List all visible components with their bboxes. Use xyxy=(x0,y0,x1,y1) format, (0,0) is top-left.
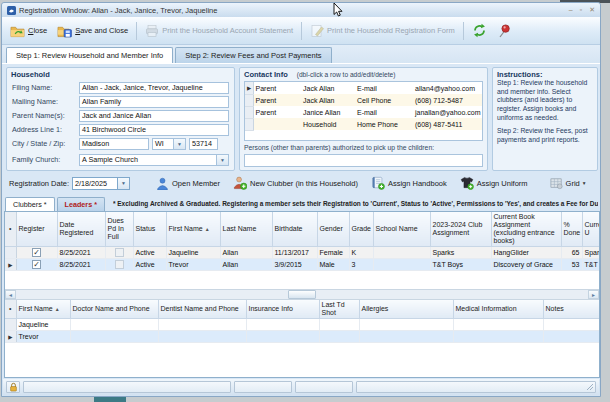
close-button[interactable]: Close xyxy=(5,22,52,40)
first-name-cell[interactable]: Jaqueline xyxy=(166,247,220,259)
birthdate-cell[interactable]: 11/13/2017 xyxy=(272,247,317,259)
dues-checkbox-unchecked[interactable] xyxy=(115,248,124,257)
contact-method-cell[interactable]: Cell Phone xyxy=(355,94,413,106)
titlebar[interactable]: Registration Window: Allan - Jack, Janic… xyxy=(2,3,600,17)
medical-row-trevor[interactable]: ▶ Trevor xyxy=(5,331,600,343)
contact-value-cell[interactable]: janallan@yahoo.com xyxy=(413,106,482,118)
uniform-cell[interactable]: T&T Unifo xyxy=(582,259,600,271)
contact-value-cell[interactable]: allan4@yahoo.com xyxy=(413,82,482,94)
tab-clubbers[interactable]: Clubbers * xyxy=(5,197,55,211)
col-status[interactable]: Status xyxy=(133,212,166,247)
insurance-cell[interactable] xyxy=(246,319,319,331)
horizontal-scrollbar[interactable]: ◄ ► xyxy=(5,289,599,300)
register-checkbox-checked[interactable]: ✓ xyxy=(32,260,41,269)
col-book-assignment[interactable]: Current Book Assignment (excluding entra… xyxy=(491,212,561,247)
contact-method-cell[interactable]: Home Phone xyxy=(355,118,413,130)
zip-input[interactable]: 53714 xyxy=(189,138,218,150)
minimize-icon[interactable]: – xyxy=(569,5,573,15)
registration-date-dropdown-button[interactable]: ▼ xyxy=(118,177,130,190)
assign-handbook-button[interactable]: Assign Handbook xyxy=(371,176,447,190)
filing-name-input[interactable]: Allan - Jack, Janice, Trevor, Jaqueline xyxy=(79,82,229,94)
col-birthdate[interactable]: Birthdate xyxy=(272,212,317,247)
col-td-shot[interactable]: Last Td Shot xyxy=(319,300,359,319)
club-cell[interactable]: T&T Boys xyxy=(430,259,491,271)
state-dropdown-button[interactable]: ▼ xyxy=(174,138,186,150)
col-date-registered[interactable]: Date Registered xyxy=(57,212,105,247)
parent-names-input[interactable]: Jack and Janice Allan xyxy=(79,110,229,122)
family-church-dropdown-button[interactable]: ▼ xyxy=(217,154,229,166)
allergies-cell[interactable] xyxy=(359,319,453,331)
uniform-cell[interactable]: Sparks Un xyxy=(582,247,600,259)
col-dues-paid[interactable]: Dues Pd In Full xyxy=(105,212,133,247)
col-first-name[interactable]: First Name ▲ xyxy=(166,212,220,247)
doctor-cell[interactable] xyxy=(70,319,158,331)
school-cell[interactable] xyxy=(373,259,430,271)
td-shot-cell[interactable] xyxy=(319,319,359,331)
col-club-assignment[interactable]: 2023-2024 Club Assignment xyxy=(430,212,491,247)
grade-cell[interactable]: 3 xyxy=(349,259,373,271)
dues-cell[interactable] xyxy=(105,247,133,259)
date-registered-cell[interactable]: 8/25/2021 xyxy=(57,259,105,271)
contact-type-cell[interactable]: Parent xyxy=(253,106,301,118)
medical-info-cell[interactable] xyxy=(453,331,543,343)
gender-cell[interactable]: Female xyxy=(317,247,349,259)
col-register[interactable]: Register xyxy=(16,212,57,247)
register-cell[interactable]: ✓ xyxy=(16,259,57,271)
col-pct-done[interactable]: % Done xyxy=(561,212,582,247)
contact-name-cell[interactable]: Jack Allan xyxy=(301,82,355,94)
scrollbar-thumb[interactable] xyxy=(288,290,316,299)
contact-type-cell[interactable]: Parent xyxy=(253,94,301,106)
grid-menu-button[interactable]: Grid ▾ xyxy=(550,177,586,190)
grade-cell[interactable]: K xyxy=(349,247,373,259)
close-icon[interactable]: ✕ xyxy=(589,5,595,15)
allergies-cell[interactable] xyxy=(359,331,453,343)
registration-date-input[interactable]: 2/18/2025 xyxy=(72,177,118,190)
register-cell[interactable]: ✓ xyxy=(16,247,57,259)
save-and-close-button[interactable]: Save and Close xyxy=(52,22,133,40)
pct-done-cell[interactable]: 53 xyxy=(561,259,582,271)
register-checkbox-checked[interactable]: ✓ xyxy=(32,248,41,257)
date-registered-cell[interactable]: 8/25/2021 xyxy=(57,247,105,259)
col-notes[interactable]: Notes xyxy=(543,300,600,319)
pickup-persons-input[interactable] xyxy=(244,154,483,167)
contact-method-cell[interactable]: E-mail xyxy=(355,82,413,94)
print-statement-button[interactable]: Print the Household Account Statement xyxy=(140,22,298,40)
col-insurance[interactable]: Insurance Info xyxy=(246,300,319,319)
contact-value-cell[interactable]: (608) 487-5411 xyxy=(413,118,482,130)
notes-cell[interactable] xyxy=(543,331,600,343)
medical-row-jaqueline[interactable]: Jaqueline xyxy=(5,319,600,331)
scroll-right-button[interactable]: ► xyxy=(588,290,599,299)
family-church-select[interactable]: A Sample Church xyxy=(79,154,217,166)
contact-name-cell[interactable]: Janice Allan xyxy=(301,106,355,118)
col-gender[interactable]: Gender xyxy=(317,212,349,247)
pin-button[interactable] xyxy=(492,22,515,40)
state-input[interactable]: WI xyxy=(152,138,174,150)
tab-step1[interactable]: Step 1: Review Household and Member Info xyxy=(6,47,173,63)
assign-uniform-button[interactable]: Assign Uniform xyxy=(460,176,528,190)
col-school-name[interactable]: School Name xyxy=(373,212,430,247)
pct-done-cell[interactable]: 65 xyxy=(561,247,582,259)
open-member-button[interactable]: Open Member xyxy=(156,177,220,190)
print-form-button[interactable]: Print the Household Registration Form xyxy=(305,22,460,40)
book-cell[interactable]: Discovery of Grace xyxy=(491,259,561,271)
mailing-name-input[interactable]: Allan Family xyxy=(79,96,229,108)
new-clubber-button[interactable]: New Clubber (in this Household) xyxy=(233,176,358,190)
contact-row[interactable]: Parent Janice Allan E-mail janallan@yaho… xyxy=(245,106,482,118)
book-cell[interactable]: HangGlider xyxy=(491,247,561,259)
contact-value-cell[interactable]: (608) 712-5487 xyxy=(413,94,482,106)
address-line1-input[interactable]: 41 Birchwood Circle xyxy=(79,124,229,136)
contact-method-cell[interactable]: E-mail xyxy=(355,106,413,118)
contact-type-cell[interactable] xyxy=(253,118,301,130)
contact-name-cell[interactable]: Jack Allan xyxy=(301,94,355,106)
contact-row[interactable]: Household Home Phone (608) 487-5411 xyxy=(245,118,482,130)
medical-info-cell[interactable] xyxy=(453,319,543,331)
contact-row[interactable]: Parent Jack Allan Cell Phone (608) 712-5… xyxy=(245,94,482,106)
refresh-button[interactable] xyxy=(467,21,492,40)
last-name-cell[interactable]: Allan xyxy=(220,259,272,271)
member-row-jaqueline[interactable]: ✓ 8/25/2021 Active Jaqueline Allan 11/13… xyxy=(5,247,600,259)
birthdate-cell[interactable]: 3/9/2015 xyxy=(272,259,317,271)
status-cell[interactable]: Active xyxy=(133,259,166,271)
tab-leaders[interactable]: Leaders * xyxy=(57,197,105,211)
first-name-cell[interactable]: Jaqueline xyxy=(16,319,70,331)
contact-row[interactable]: ▶ Parent Jack Allan E-mail allan4@yahoo.… xyxy=(245,82,482,94)
